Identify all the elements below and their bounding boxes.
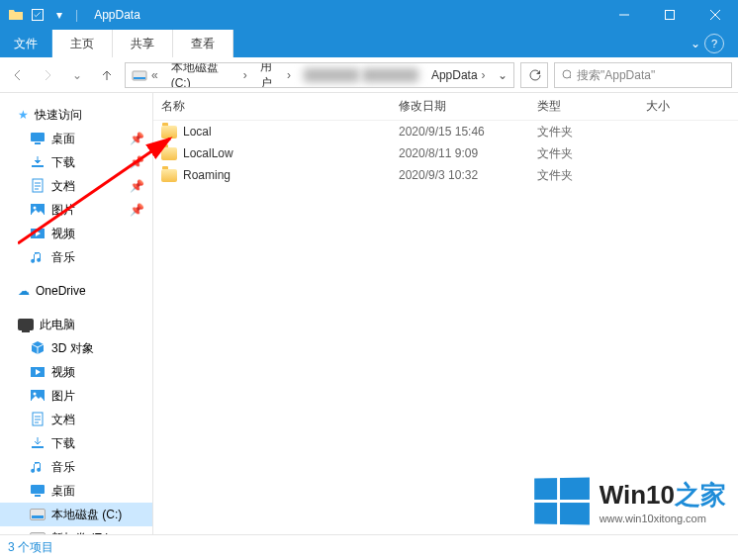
svg-rect-0 xyxy=(666,11,675,20)
pictures-icon xyxy=(30,388,46,404)
table-row[interactable]: LocalLow 2020/8/11 9:09 文件夹 xyxy=(153,142,738,164)
search-icon xyxy=(561,68,571,82)
table-row[interactable]: Local 2020/9/15 15:46 文件夹 xyxy=(153,121,738,142)
sidebar: ★快速访问 桌面📌 下载📌 文档📌 图片📌 视频 音乐 ☁OneDrive 此电… xyxy=(0,93,153,534)
drive-icon xyxy=(30,532,46,534)
svg-rect-17 xyxy=(35,495,41,497)
pin-icon: 📌 xyxy=(130,132,144,145)
document-icon xyxy=(30,412,46,427)
svg-rect-6 xyxy=(32,165,44,167)
document-icon xyxy=(30,178,46,194)
qat-checkbox[interactable] xyxy=(32,9,44,21)
music-icon xyxy=(30,459,46,475)
sidebar-item-3d[interactable]: 3D 对象 xyxy=(0,336,152,360)
table-row[interactable]: Roaming 2020/9/3 10:32 文件夹 xyxy=(153,164,738,186)
desktop-icon xyxy=(30,131,46,146)
folder-icon xyxy=(161,147,177,160)
folder-icon xyxy=(8,7,24,23)
sidebar-item-videos[interactable]: 视频 xyxy=(0,222,152,245)
svg-point-9 xyxy=(34,207,37,210)
folder-icon xyxy=(161,126,177,139)
address-bar: ⌄ « 本地磁盘 (C:)› 用户› › AppData› ⌄ xyxy=(0,57,738,93)
nav-forward-button[interactable] xyxy=(36,63,59,87)
tab-file[interactable]: 文件 xyxy=(0,30,52,57)
sidebar-item-videos2[interactable]: 视频 xyxy=(0,360,152,384)
nav-back-button[interactable] xyxy=(6,63,30,87)
titlebar: ▾ | AppData xyxy=(0,0,738,30)
sidebar-item-pictures[interactable]: 图片📌 xyxy=(0,198,152,222)
main-pane: 名称 修改日期 类型 大小 Local 2020/9/15 15:46 文件夹 … xyxy=(153,93,738,534)
music-icon xyxy=(30,249,46,265)
breadcrumb-root[interactable]: « xyxy=(126,63,165,87)
svg-point-13 xyxy=(34,393,37,396)
sidebar-item-downloads[interactable]: 下载📌 xyxy=(0,150,152,174)
sidebar-item-desktop2[interactable]: 桌面 xyxy=(0,479,152,503)
cube-icon xyxy=(30,340,46,356)
maximize-button[interactable] xyxy=(647,0,692,30)
sidebar-quick-access[interactable]: ★快速访问 xyxy=(0,103,152,127)
download-icon xyxy=(30,154,46,170)
breadcrumb-user-obscured[interactable]: › xyxy=(298,63,425,87)
sidebar-item-documents[interactable]: 文档📌 xyxy=(0,174,152,198)
breadcrumb-drive[interactable]: 本地磁盘 (C:)› xyxy=(165,63,254,87)
window-title: AppData xyxy=(86,8,140,22)
sidebar-item-documents2[interactable]: 文档 xyxy=(0,408,152,431)
refresh-button[interactable] xyxy=(520,62,548,88)
search-box[interactable] xyxy=(554,62,732,88)
svg-rect-4 xyxy=(31,133,45,141)
status-text: 3 个项目 xyxy=(8,539,53,556)
search-input[interactable] xyxy=(577,68,725,82)
sidebar-item-desktop[interactable]: 桌面📌 xyxy=(0,127,152,150)
pin-icon: 📌 xyxy=(130,179,144,193)
svg-rect-15 xyxy=(32,446,44,448)
cloud-icon: ☁ xyxy=(18,284,30,298)
folder-icon xyxy=(161,169,177,182)
nav-up-button[interactable] xyxy=(95,63,119,87)
col-size[interactable]: 大小 xyxy=(646,98,705,115)
tab-share[interactable]: 共享 xyxy=(113,30,173,57)
breadcrumb-history-dropdown[interactable]: ⌄ xyxy=(493,68,513,82)
column-headers[interactable]: 名称 修改日期 类型 大小 xyxy=(153,93,738,121)
video-icon xyxy=(30,364,46,380)
pin-icon: 📌 xyxy=(130,155,144,169)
col-name[interactable]: 名称 xyxy=(161,98,399,115)
status-bar: 3 个项目 xyxy=(0,534,738,560)
chevron-down-icon[interactable]: ⌄ xyxy=(691,37,700,50)
pictures-icon xyxy=(30,202,46,218)
col-date[interactable]: 修改日期 xyxy=(399,98,537,115)
windows-logo-icon xyxy=(534,478,590,525)
sidebar-item-downloads2[interactable]: 下载 xyxy=(0,431,152,455)
svg-rect-5 xyxy=(35,142,41,144)
svg-rect-16 xyxy=(31,485,45,494)
video-icon xyxy=(30,226,46,241)
sidebar-item-music2[interactable]: 音乐 xyxy=(0,455,152,479)
nav-recent-button[interactable]: ⌄ xyxy=(65,63,89,87)
col-type[interactable]: 类型 xyxy=(537,98,646,115)
svg-point-3 xyxy=(563,70,571,78)
desktop-icon xyxy=(30,483,46,499)
sidebar-this-pc[interactable]: 此电脑 xyxy=(0,313,152,336)
file-list[interactable]: Local 2020/9/15 15:46 文件夹 LocalLow 2020/… xyxy=(153,121,738,534)
qat-dropdown-icon[interactable]: ▾ xyxy=(51,7,67,23)
sidebar-item-music[interactable]: 音乐 xyxy=(0,245,152,269)
svg-rect-2 xyxy=(134,77,145,79)
breadcrumb-users[interactable]: 用户› xyxy=(254,63,298,87)
sidebar-item-drive-e[interactable]: 新加卷 (E:) xyxy=(0,526,152,534)
close-button[interactable] xyxy=(692,0,738,30)
ribbon-tabs: 文件 主页 共享 查看 ⌄ ? xyxy=(0,30,738,57)
breadcrumb[interactable]: « 本地磁盘 (C:)› 用户› › AppData› ⌄ xyxy=(125,62,514,88)
sidebar-item-pictures2[interactable]: 图片 xyxy=(0,384,152,408)
tab-view[interactable]: 查看 xyxy=(173,30,233,57)
download-icon xyxy=(30,435,46,451)
pc-icon xyxy=(18,319,34,330)
sidebar-item-drive-c[interactable]: 本地磁盘 (C:) xyxy=(0,503,152,526)
star-icon: ★ xyxy=(18,108,29,122)
minimize-button[interactable] xyxy=(601,0,647,30)
sidebar-onedrive[interactable]: ☁OneDrive xyxy=(0,279,152,303)
breadcrumb-appdata[interactable]: AppData› xyxy=(425,63,493,87)
watermark: Win10之家 www.win10xitong.com xyxy=(533,478,726,524)
titlebar-separator: | xyxy=(75,8,78,22)
pin-icon: 📌 xyxy=(130,203,144,217)
help-button[interactable]: ? xyxy=(704,34,724,53)
tab-home[interactable]: 主页 xyxy=(52,30,113,57)
